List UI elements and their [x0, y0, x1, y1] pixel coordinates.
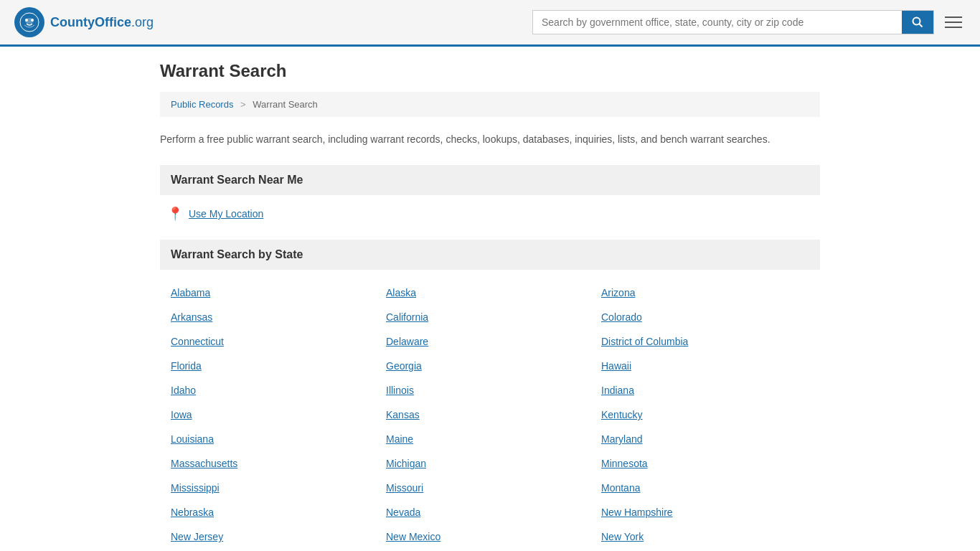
state-link[interactable]: Hawaii	[598, 354, 813, 378]
state-link[interactable]: Louisiana	[167, 427, 382, 451]
main-content: Warrant Search Public Records > Warrant …	[146, 47, 834, 551]
page-title: Warrant Search	[160, 61, 820, 81]
state-link[interactable]: Connecticut	[167, 329, 382, 354]
header-right	[532, 10, 966, 34]
state-link[interactable]: New Jersey	[167, 524, 382, 549]
state-link[interactable]: Georgia	[382, 354, 598, 378]
svg-point-3	[31, 19, 34, 22]
breadcrumb-current: Warrant Search	[253, 99, 318, 110]
svg-point-4	[913, 18, 920, 25]
logo-text: CountyOffice.org	[50, 15, 154, 30]
states-grid: AlabamaAlaskaArizonaArkansasCaliforniaCo…	[160, 281, 820, 549]
breadcrumb: Public Records > Warrant Search	[160, 92, 820, 117]
near-me-section-header: Warrant Search Near Me	[160, 165, 820, 195]
state-link[interactable]: Colorado	[598, 305, 813, 329]
logo-icon	[14, 7, 44, 37]
state-link[interactable]: Kansas	[382, 402, 598, 427]
state-link[interactable]: District of Columbia	[598, 329, 813, 354]
state-link[interactable]: California	[382, 305, 598, 329]
logo-area: CountyOffice.org	[14, 7, 154, 37]
search-button[interactable]	[902, 11, 933, 34]
menu-button[interactable]	[941, 13, 966, 32]
location-area: 📍 Use My Location	[160, 206, 820, 222]
state-link[interactable]: Nebraska	[167, 500, 382, 524]
location-pin-icon: 📍	[167, 206, 183, 222]
page-description: Perform a free public warrant search, in…	[160, 131, 820, 147]
state-link[interactable]: Florida	[167, 354, 382, 378]
search-input[interactable]	[533, 11, 902, 34]
menu-line-1	[945, 17, 962, 18]
state-link[interactable]: Alaska	[382, 281, 598, 305]
state-link[interactable]: Delaware	[382, 329, 598, 354]
state-link[interactable]: Maine	[382, 427, 598, 451]
svg-line-5	[920, 24, 923, 27]
by-state-section-header: Warrant Search by State	[160, 240, 820, 270]
state-link[interactable]: Alabama	[167, 281, 382, 305]
menu-line-3	[945, 27, 962, 28]
state-link[interactable]: Michigan	[382, 451, 598, 476]
state-link[interactable]: Nevada	[382, 500, 598, 524]
header: CountyOffice.org	[0, 0, 980, 47]
state-link[interactable]: New Mexico	[382, 524, 598, 549]
search-bar	[532, 10, 934, 34]
state-link[interactable]: Mississippi	[167, 476, 382, 500]
state-link[interactable]: Arkansas	[167, 305, 382, 329]
state-link[interactable]: Montana	[598, 476, 813, 500]
state-link[interactable]: Illinois	[382, 378, 598, 402]
state-link[interactable]: Arizona	[598, 281, 813, 305]
state-link[interactable]: Massachusetts	[167, 451, 382, 476]
state-link[interactable]: Indiana	[598, 378, 813, 402]
state-link[interactable]: Iowa	[167, 402, 382, 427]
breadcrumb-separator: >	[240, 99, 246, 110]
state-link[interactable]: Idaho	[167, 378, 382, 402]
menu-line-2	[945, 22, 962, 23]
state-link[interactable]: New York	[598, 524, 813, 549]
state-link[interactable]: Maryland	[598, 427, 813, 451]
svg-point-2	[25, 19, 28, 22]
state-link[interactable]: Minnesota	[598, 451, 813, 476]
state-link[interactable]: New Hampshire	[598, 500, 813, 524]
state-link[interactable]: Kentucky	[598, 402, 813, 427]
breadcrumb-public-records[interactable]: Public Records	[171, 99, 233, 110]
state-link[interactable]: Missouri	[382, 476, 598, 500]
use-my-location-link[interactable]: Use My Location	[189, 208, 263, 220]
